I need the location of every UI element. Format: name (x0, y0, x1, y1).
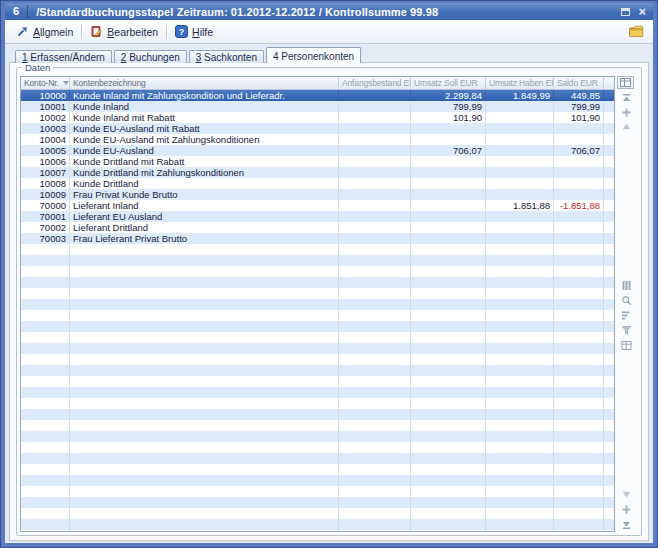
restore-button[interactable] (621, 8, 630, 16)
table-row[interactable]: 70003Frau Lieferant Privat Brutto (21, 233, 614, 244)
cell-soll (411, 288, 486, 299)
cell-konto (21, 343, 70, 354)
table-row[interactable]: 10004Kunde EU-Ausland mit Zahlungskondit… (21, 134, 614, 145)
table-row[interactable]: 10006Kunde Drittland mit Rabatt (21, 156, 614, 167)
table-row[interactable]: 10002Kunde Inland mit Rabatt101,90101,90 (21, 112, 614, 123)
table-row[interactable]: 10001Kunde Inland799,99799,99 (21, 101, 614, 112)
table-row[interactable]: 10005Kunde EU-Ausland706,07706,07 (21, 145, 614, 156)
table-row-empty[interactable] (21, 453, 614, 464)
column-header-kontenbezeichnung[interactable]: Kontenbezeichnung (70, 77, 339, 89)
cell-konto (21, 244, 70, 255)
table-row-empty[interactable] (21, 464, 614, 475)
table-row-empty[interactable] (21, 299, 614, 310)
cell-haben (486, 420, 554, 431)
table-row-empty[interactable] (21, 365, 614, 376)
filter-icon[interactable] (620, 324, 633, 336)
cell-konto (21, 332, 70, 343)
cell-anfangsbestand (339, 453, 411, 464)
table-row-empty[interactable] (21, 409, 614, 420)
cell-anfangsbestand (339, 343, 411, 354)
table-row-empty[interactable] (21, 431, 614, 442)
table-row[interactable]: 10007Kunde Drittland mit Zahlungskonditi… (21, 167, 614, 178)
help-question-icon: ? (175, 25, 188, 38)
title-bar[interactable]: 6 /Standardbuchungsstapel Zeitraum: 01.2… (5, 3, 653, 20)
table-row[interactable]: 70000Lieferant Inland1.851,88-1.851,88 (21, 200, 614, 211)
table-row-empty[interactable] (21, 332, 614, 343)
column-header-anfangsbestand[interactable]: Anfangsbestand EUR (339, 77, 411, 89)
folder-icon[interactable] (628, 24, 645, 42)
cell-bezeichnung (70, 288, 339, 299)
scroll-up-icon[interactable] (620, 120, 633, 132)
cell-haben (486, 211, 554, 222)
search-icon[interactable] (620, 294, 633, 306)
cell-saldo (554, 431, 604, 442)
column-header-saldo[interactable]: Saldo EUR (554, 77, 604, 89)
window-number: 6 (13, 5, 28, 18)
table-export-icon[interactable] (620, 339, 633, 351)
table-row-empty[interactable] (21, 376, 614, 387)
column-header-umsatz-soll[interactable]: Umsatz Soll EUR (411, 77, 486, 89)
cell-haben (486, 178, 554, 189)
table-row-empty[interactable] (21, 475, 614, 486)
column-header-konto-nr[interactable]: Konto-Nr. (21, 77, 70, 89)
cell-bezeichnung (70, 420, 339, 431)
close-button[interactable]: × (638, 6, 646, 17)
go-first-icon[interactable] (620, 92, 633, 104)
table-row[interactable]: 10009Frau Privat Kunde Brutto (21, 189, 614, 200)
go-last-icon[interactable] (620, 518, 633, 530)
cell-soll (411, 431, 486, 442)
plus-bottom-icon[interactable] (620, 503, 633, 515)
table-row-empty[interactable] (21, 387, 614, 398)
cell-bezeichnung (70, 475, 339, 486)
allgemein-button[interactable]: Allgmein (10, 23, 79, 40)
columns-icon[interactable] (620, 279, 633, 291)
table-row-empty[interactable] (21, 266, 614, 277)
table-row-empty[interactable] (21, 497, 614, 508)
cell-haben (486, 123, 554, 134)
cell-haben (486, 354, 554, 365)
table-row-empty[interactable] (21, 486, 614, 497)
table-row-empty[interactable] (21, 530, 614, 531)
table-row-empty[interactable] (21, 321, 614, 332)
scroll-down-icon[interactable] (620, 488, 633, 500)
table-row-empty[interactable] (21, 277, 614, 288)
table-row-empty[interactable] (21, 398, 614, 409)
cell-konto: 70001 (21, 211, 70, 222)
grid-icon (620, 78, 631, 87)
accounts-table: Konto-Nr. Kontenbezeichnung Anfangsbesta… (20, 76, 615, 532)
column-chooser-button[interactable] (617, 76, 634, 89)
cell-anfangsbestand (339, 277, 411, 288)
bearbeiten-button[interactable]: Bearbeiten (84, 23, 164, 40)
table-row-empty[interactable] (21, 310, 614, 321)
cell-anfangsbestand (339, 145, 411, 156)
table-row[interactable]: 10000Kunde Inland mit Zahlungskondition … (21, 90, 614, 101)
tab-personenkonten[interactable]: 4 Personenkonten (266, 47, 361, 63)
tab-buchungen[interactable]: 2 Buchungen (114, 50, 187, 63)
table-row[interactable]: 10003Kunde EU-Ausland mit Rabatt (21, 123, 614, 134)
tab-sachkonten[interactable]: 3 Sachkonten (189, 50, 264, 63)
table-body: 10000Kunde Inland mit Zahlungskondition … (21, 90, 614, 531)
cell-saldo: -1.851,88 (554, 200, 604, 211)
sort-icon[interactable] (620, 309, 633, 321)
table-row-empty[interactable] (21, 420, 614, 431)
table-row-empty[interactable] (21, 354, 614, 365)
cell-haben (486, 266, 554, 277)
table-row-empty[interactable] (21, 508, 614, 519)
cell-anfangsbestand (339, 101, 411, 112)
cell-bezeichnung (70, 442, 339, 453)
table-row[interactable]: 10008Kunde Drittland (21, 178, 614, 189)
table-row-empty[interactable] (21, 442, 614, 453)
cell-anfangsbestand (339, 233, 411, 244)
table-row[interactable]: 70002Lieferant Drittland (21, 222, 614, 233)
tab-erfassen-aendern[interactable]: 1 Erfassen/Ändern (15, 50, 112, 63)
cell-anfangsbestand (339, 475, 411, 486)
table-row-empty[interactable] (21, 244, 614, 255)
column-header-umsatz-haben[interactable]: Umsatz Haben EUR (486, 77, 554, 89)
table-row-empty[interactable] (21, 288, 614, 299)
table-row-empty[interactable] (21, 255, 614, 266)
table-row[interactable]: 70001Lieferant EU Ausland (21, 211, 614, 222)
table-row-empty[interactable] (21, 343, 614, 354)
plus-top-icon[interactable] (620, 106, 633, 118)
table-row-empty[interactable] (21, 519, 614, 530)
hilfe-button[interactable]: ? Hilfe (169, 23, 219, 40)
